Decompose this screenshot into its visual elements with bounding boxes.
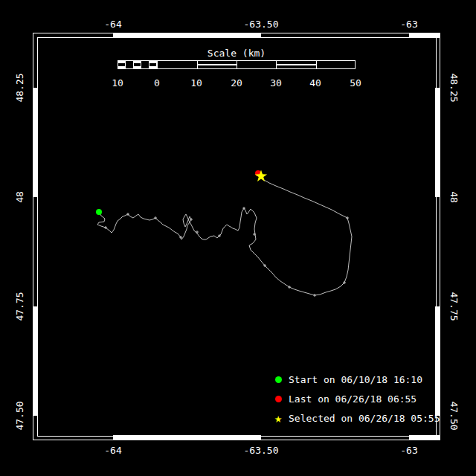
track-map-window: -64 -63.50 -63 -64 -63.50 -63 48.25 48 4… [0,0,476,476]
legend-start-label: Start on 06/10/18 16:10 [289,374,422,385]
legend-selected-label: Selected on 06/26/18 05:55 [289,413,440,424]
scale-label-10: 10 [190,77,202,89]
lat-tick-right-48: 48 [448,191,459,203]
scale-bar-section [237,61,277,68]
lon-tick-bottom--63: -63 [400,446,417,456]
start-dot-icon [268,376,289,383]
legend-last-label: Last on 06/26/18 06:55 [289,393,416,405]
legend-item-last: Last on 06/26/18 06:55 [268,389,440,408]
lon-tick-bottom--64: -64 [104,446,121,456]
scale-bar-section [277,61,317,68]
lon-tick-top--64: -64 [104,19,121,30]
frame-fill-left-1 [33,88,38,197]
lat-tick-left-48: 48 [15,191,25,203]
scale-checker-cell [118,61,126,68]
lon-tick-bottom--63.50: -63.50 [244,446,279,456]
frame-fill-top-2 [409,33,440,38]
scale-checker-cell [149,61,157,68]
last-dot-icon [268,396,289,402]
scale-checker-cell [126,61,133,68]
lon-tick-top--63.50: -63.50 [244,19,279,30]
scale-label-40: 40 [309,77,321,89]
scale-label-10-left: 10 [112,77,123,89]
scale-label-0: 0 [154,77,160,89]
scale-checker-cell [134,61,141,68]
scale-bar-section [158,61,198,68]
lon-tick-top--63: -63 [400,19,417,30]
lat-tick-left-47.75: 47.75 [15,292,25,321]
scale-bar-section [317,61,355,68]
lat-tick-right-47.75: 47.75 [448,292,459,321]
legend-item-start: Start on 06/10/18 16:10 [268,370,440,389]
frame-fill-left-2 [33,306,38,416]
selected-star-icon: ★ [268,412,289,425]
scale-label-30: 30 [270,77,282,89]
scale-label-50: 50 [350,77,361,89]
lat-tick-left-47.50: 47.50 [15,401,25,430]
scale-label-20: 20 [231,77,242,89]
scale-bar-checker-section [118,61,158,68]
lat-tick-right-47.50: 47.50 [448,401,459,430]
legend-item-selected: ★ Selected on 06/26/18 05:55 [268,408,440,428]
lat-tick-right-48.25: 48.25 [448,73,459,102]
frame-fill-top-1 [113,33,261,38]
lat-tick-left-48.25: 48.25 [15,73,25,102]
scale-checker-cell [141,61,149,68]
frame-fill-right-1 [435,88,440,197]
scale-bar [118,60,356,69]
legend: Start on 06/10/18 16:10 Last on 06/26/18… [268,370,440,428]
frame-fill-bottom-1 [113,435,261,440]
scale-bar-section [198,61,237,68]
scale-bar-title: Scale (km) [208,48,266,59]
frame-fill-bottom-2 [409,435,440,440]
